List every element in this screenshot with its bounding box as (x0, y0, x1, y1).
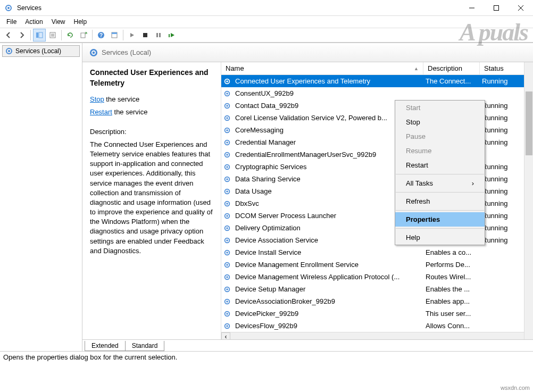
svg-point-42 (226, 178, 228, 180)
vertical-scrollbar[interactable] (524, 62, 533, 339)
play-button[interactable] (126, 29, 138, 41)
service-row[interactable]: DevicesFlow_992b9Allows Conn... (221, 320, 533, 332)
context-all-tasks[interactable]: All Tasks (395, 176, 485, 190)
menu-file[interactable]: File (2, 17, 21, 27)
service-row[interactable]: Connected User Experiences and Telemetry… (221, 75, 533, 87)
horizontal-scrollbar[interactable]: ‹ › (221, 332, 533, 339)
export-list-button[interactable] (46, 29, 59, 41)
column-description[interactable]: Description (423, 62, 480, 74)
description-label: Description: (90, 127, 213, 137)
service-row[interactable]: Data UsageRunning (221, 185, 533, 197)
svg-point-62 (226, 301, 228, 303)
service-row[interactable]: Device Management Wireless Application P… (221, 271, 533, 283)
gear-icon (221, 114, 233, 122)
detail-pane: Connected User Experiences and Telemetry… (82, 62, 221, 339)
tab-standard[interactable]: Standard (125, 341, 165, 351)
svg-point-24 (93, 51, 95, 54)
gear-icon (221, 224, 233, 232)
context-pause[interactable]: Pause (395, 129, 485, 144)
svg-rect-6 (36, 32, 38, 38)
sidebar-item-services-local[interactable]: Services (Local) (2, 45, 80, 57)
service-name: Device Setup Manager (233, 285, 423, 293)
context-start[interactable]: Start (395, 101, 485, 115)
context-help[interactable]: Help (395, 230, 485, 245)
scroll-left-button[interactable]: ‹ (221, 332, 230, 340)
view-tabs: Extended Standard (82, 339, 533, 351)
service-row[interactable]: Data Sharing ServiceRunning (221, 173, 533, 185)
stop-link[interactable]: Stop (90, 95, 104, 103)
stop-button[interactable] (139, 29, 152, 41)
service-row[interactable]: Corel License Validation Service V2, Pow… (221, 112, 533, 124)
column-name[interactable]: Name▲ (221, 62, 423, 74)
service-row[interactable]: Device Install ServiceEnables a co... (221, 246, 533, 258)
svg-point-28 (226, 93, 228, 95)
tab-extended[interactable]: Extended (85, 341, 126, 351)
context-restart[interactable]: Restart (395, 158, 485, 172)
service-row[interactable]: Credential ManagerRunning (221, 136, 533, 148)
service-row[interactable]: Cryptographic ServicesRunning (221, 161, 533, 173)
back-button[interactable] (2, 29, 15, 41)
context-resume[interactable]: Resume (395, 144, 485, 158)
show-hide-tree-button[interactable] (33, 29, 46, 41)
maximize-button[interactable] (484, 0, 509, 16)
forward-button[interactable] (15, 29, 28, 41)
service-row[interactable]: Delivery OptimizationRunning (221, 222, 533, 234)
pause-button[interactable] (152, 29, 165, 41)
restart-toolbar-button[interactable] (165, 29, 178, 41)
service-name: DevicePicker_992b9 (233, 310, 423, 318)
service-name: Connected User Experiences and Telemetry (233, 77, 423, 85)
svg-point-44 (226, 190, 228, 193)
window-title: Services (17, 4, 460, 12)
menu-help[interactable]: Help (70, 17, 91, 27)
service-row[interactable]: CredentialEnrollmentManagerUserSvc_992b9 (221, 148, 533, 161)
help-button[interactable]: ? (95, 29, 107, 41)
context-menu: Start Stop Pause Resume Restart All Task… (395, 100, 485, 245)
svg-point-66 (226, 325, 228, 327)
export-button[interactable] (77, 29, 90, 41)
context-refresh[interactable]: Refresh (395, 194, 485, 208)
context-stop[interactable]: Stop (395, 115, 485, 129)
service-description: Routes Wirel... (423, 273, 480, 281)
titlebar: Services (0, 0, 533, 16)
gear-icon (221, 273, 233, 281)
gear-icon (221, 237, 233, 244)
svg-point-50 (226, 227, 228, 229)
gear-icon (221, 200, 233, 207)
service-row[interactable]: DCOM Server Process LauncherRunning (221, 210, 533, 222)
service-row[interactable]: Device Setup ManagerEnables the ... (221, 283, 533, 295)
svg-point-56 (226, 264, 228, 266)
statusbar: Opens the properties dialog box for the … (0, 351, 533, 363)
menu-action[interactable]: Action (21, 17, 47, 27)
gear-icon (221, 212, 233, 220)
minimize-button[interactable] (460, 0, 484, 16)
service-row[interactable]: Device Association ServiceEnables pairi.… (221, 234, 533, 246)
properties-toolbar-button[interactable] (108, 29, 121, 41)
svg-rect-12 (81, 33, 85, 38)
svg-point-38 (226, 154, 228, 156)
refresh-button[interactable] (64, 29, 77, 41)
service-row[interactable]: Contact Data_992b9Running (221, 99, 533, 112)
service-row[interactable]: Device Management Enrollment ServicePerf… (221, 258, 533, 271)
context-properties[interactable]: Properties (395, 212, 485, 227)
service-name: Device Management Wireless Application P… (233, 273, 423, 281)
gear-icon (221, 298, 233, 305)
service-row[interactable]: DbxSvcRunning (221, 197, 533, 210)
service-description: The Connect... (423, 77, 480, 85)
service-row[interactable]: DevicePicker_992b9This user ser... (221, 307, 533, 320)
service-row[interactable]: CoreMessagingRunning (221, 124, 533, 136)
service-description: Enables app... (423, 297, 480, 305)
gear-icon (221, 151, 233, 159)
svg-point-30 (226, 105, 228, 107)
service-name: DevicesFlow_992b9 (233, 322, 423, 330)
menu-view[interactable]: View (47, 17, 70, 27)
restart-link[interactable]: Restart (90, 108, 112, 116)
service-row[interactable]: ConsentUX_992b9 (221, 87, 533, 99)
scrollbar-thumb[interactable] (526, 91, 532, 155)
svg-point-40 (226, 166, 228, 168)
toolbar: ? (0, 28, 533, 43)
gear-icon (221, 188, 233, 195)
svg-point-46 (226, 203, 228, 205)
close-button[interactable] (509, 0, 533, 16)
service-description: This user ser... (423, 310, 480, 318)
service-row[interactable]: DeviceAssociationBroker_992b9Enables app… (221, 295, 533, 307)
